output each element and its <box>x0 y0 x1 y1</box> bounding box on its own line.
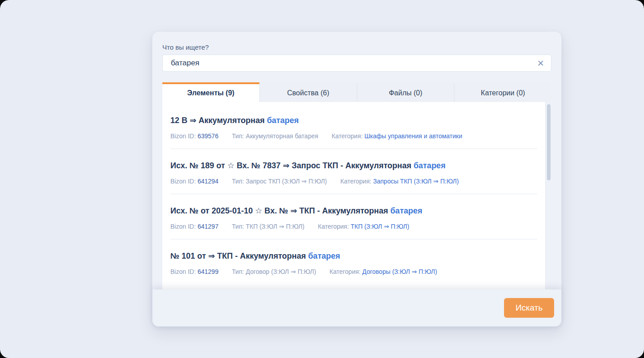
scrollbar-thumb[interactable] <box>547 104 551 180</box>
search-result-item[interactable]: № 101 от ⇒ ТКП - Аккумуляторная батарея … <box>170 239 537 284</box>
result-title: 12 В ⇒ Аккумуляторная батарея <box>170 115 537 125</box>
highlighted-term: батарея <box>267 116 299 125</box>
search-result-item[interactable]: Исх. № от 2025-01-10 ☆ Вх. № ⇒ ТКП - Акк… <box>170 194 537 239</box>
search-query-label: Что вы ищете? <box>162 43 551 51</box>
result-bizon-id: Bizon ID: 641297 <box>170 223 218 230</box>
tab-elements[interactable]: Элементы (9) <box>162 82 259 102</box>
tab-categories[interactable]: Категории (0) <box>454 82 551 102</box>
results-scrollbar[interactable] <box>545 102 551 292</box>
search-input[interactable]: батарея ✕ <box>162 55 551 72</box>
result-bizon-id: Bizon ID: 639576 <box>170 132 218 140</box>
tab-files[interactable]: Файлы (0) <box>357 82 454 102</box>
search-dialog: Что вы ищете? батарея ✕ Элементы (9) Сво… <box>152 31 562 327</box>
result-category: Категория: Шкафы управления и автоматики <box>332 132 462 140</box>
result-type: Тип: Договор (З:ЮЛ ⇒ П:ЮЛ) <box>232 268 316 275</box>
result-type: Тип: ТКП (З:ЮЛ ⇒ П:ЮЛ) <box>232 223 304 230</box>
tab-properties[interactable]: Свойства (6) <box>259 82 357 102</box>
page-background: Что вы ищете? батарея ✕ Элементы (9) Сво… <box>0 0 644 358</box>
result-category: Категория: Запросы ТКП (З:ЮЛ ⇒ П:ЮЛ) <box>340 178 459 185</box>
search-result-item[interactable]: Исх. № 189 от ☆ Вх. № 7837 ⇒ Запрос ТКП … <box>170 149 537 194</box>
result-type: Тип: Аккумуляторная батарея <box>232 132 318 140</box>
result-category: Категория: Договоры (З:ЮЛ ⇒ П:ЮЛ) <box>330 268 437 275</box>
result-title: Исх. № 189 от ☆ Вх. № 7837 ⇒ Запрос ТКП … <box>170 161 537 170</box>
result-title: № 101 от ⇒ ТКП - Аккумуляторная батарея <box>170 251 537 261</box>
result-type: Тип: Запрос ТКП (З:ЮЛ ⇒ П:ЮЛ) <box>232 178 327 185</box>
result-meta: Bizon ID: 639576 Тип: Аккумуляторная бат… <box>170 132 537 140</box>
clear-search-icon[interactable]: ✕ <box>535 57 547 69</box>
results-list: 12 В ⇒ Аккумуляторная батарея Bizon ID: … <box>162 102 551 292</box>
result-meta: Bizon ID: 641297 Тип: ТКП (З:ЮЛ ⇒ П:ЮЛ) … <box>170 223 537 230</box>
search-input-value: батарея <box>171 59 199 68</box>
highlighted-term: батарея <box>308 251 340 260</box>
highlighted-term: батарея <box>414 161 445 170</box>
highlighted-term: батарея <box>390 206 422 215</box>
result-meta: Bizon ID: 641294 Тип: Запрос ТКП (З:ЮЛ ⇒… <box>170 178 537 185</box>
search-button[interactable]: Искать <box>504 298 554 318</box>
result-bizon-id: Bizon ID: 641294 <box>170 178 218 185</box>
result-title: Исх. № от 2025-01-10 ☆ Вх. № ⇒ ТКП - Акк… <box>170 206 537 216</box>
result-meta: Bizon ID: 641299 Тип: Договор (З:ЮЛ ⇒ П:… <box>170 268 537 275</box>
results-tabs: Элементы (9) Свойства (6) Файлы (0) Кате… <box>162 82 551 102</box>
result-bizon-id: Bizon ID: 641299 <box>170 268 218 275</box>
result-category: Категория: ТКП (З:ЮЛ ⇒ П:ЮЛ) <box>318 223 409 230</box>
dialog-footer: Искать <box>153 290 561 326</box>
search-result-item[interactable]: 12 В ⇒ Аккумуляторная батарея Bizon ID: … <box>170 104 537 149</box>
